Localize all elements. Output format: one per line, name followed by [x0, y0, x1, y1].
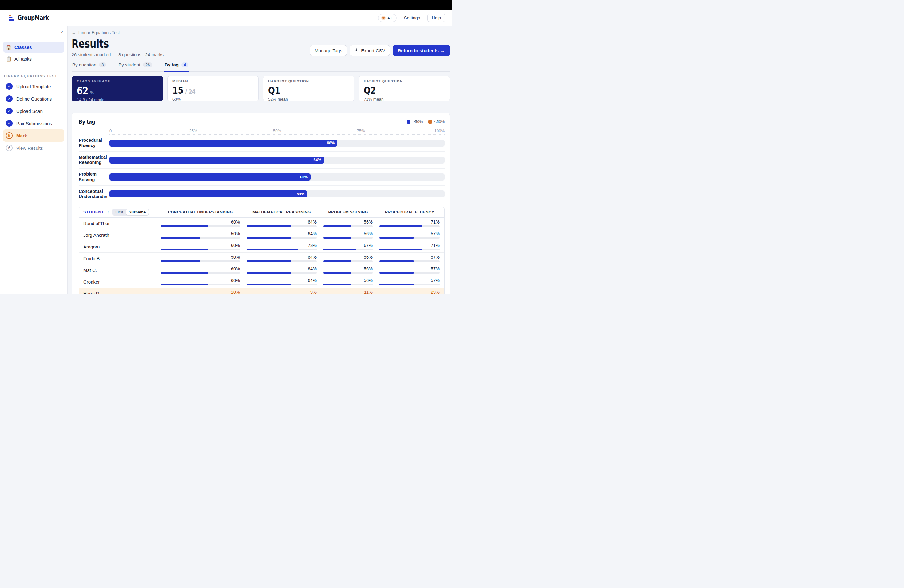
- step-upload-template[interactable]: ✓ Upload Template: [3, 80, 64, 93]
- score-bar-fill: [379, 237, 414, 239]
- student-name: Rand al'Thor: [83, 221, 154, 226]
- category-label: Solving: [79, 177, 109, 182]
- score-bar-track: [247, 272, 317, 274]
- table-row[interactable]: Frodo B. 50% 64% 56% 57%: [79, 253, 444, 264]
- export-csv-button[interactable]: Export CSV: [349, 45, 390, 56]
- ai-badge[interactable]: AI: [378, 14, 397, 22]
- return-to-students-button[interactable]: Return to students →: [393, 45, 450, 56]
- score-bar-fill: [247, 249, 298, 250]
- back-link[interactable]: ← Linear Equations Test: [72, 30, 120, 35]
- stat-value: Q2: [364, 85, 376, 96]
- tab-by-question[interactable]: By question 8: [72, 62, 107, 71]
- score-cell: 73%: [247, 243, 317, 250]
- toggle-surname-option[interactable]: Surname: [126, 209, 149, 215]
- toggle-first-option[interactable]: First: [112, 209, 126, 215]
- step-upload-scan[interactable]: ✓ Upload Scan: [3, 105, 64, 117]
- legend-label: <50%: [434, 119, 445, 124]
- stat-value: Q1: [268, 85, 280, 96]
- legend-swatch-blue-icon: [407, 120, 411, 123]
- bar-value-label: 59%: [297, 192, 304, 196]
- tab-by-student[interactable]: By student 26: [118, 62, 153, 71]
- column-header-procedural-fluency[interactable]: PROCEDURAL FLUENCY: [379, 210, 440, 214]
- score-value: 50%: [231, 254, 240, 259]
- stat-label: EASIEST QUESTION: [364, 79, 445, 83]
- groupmark-logo-icon: [9, 15, 14, 21]
- step-label: Pair Submissions: [16, 121, 52, 126]
- table-row[interactable]: Rand al'Thor 60% 64% 56% 71%: [79, 218, 444, 229]
- tab-by-tag[interactable]: By tag 4: [164, 62, 189, 71]
- sidebar: ‹ Classes All task: [0, 26, 68, 294]
- table-row-low-score[interactable]: Harry D. 10% 9% 11% 29%: [79, 288, 444, 294]
- score-value: 57%: [431, 278, 440, 283]
- step-label: Mark: [16, 133, 27, 138]
- step-mark[interactable]: 5 Mark: [3, 130, 64, 142]
- score-bar-fill: [247, 272, 291, 274]
- table-row[interactable]: Jorg Ancrath 50% 64% 56% 57%: [79, 229, 444, 241]
- legend-item-below-50: <50%: [428, 119, 445, 124]
- column-header-problem-solving[interactable]: PROBLEM SOLVING: [324, 210, 373, 214]
- manage-tags-button[interactable]: Manage Tags: [310, 45, 347, 56]
- score-value: 60%: [231, 220, 240, 224]
- sidebar-item-classes[interactable]: Classes: [3, 41, 64, 52]
- column-header-mathematical-reasoning[interactable]: MATHEMATICAL REASONING: [247, 210, 317, 214]
- sort-ascending-icon[interactable]: ↑: [107, 210, 109, 214]
- category-label: Procedural: [79, 138, 109, 143]
- score-bar-track: [161, 249, 240, 250]
- score-bar-fill: [324, 284, 351, 285]
- score-value: 71%: [431, 220, 440, 224]
- step-define-questions[interactable]: ✓ Define Questions: [3, 93, 64, 105]
- stat-card-median: MEDIAN 15 / 24 63%: [167, 76, 259, 101]
- table-row[interactable]: Aragorn 60% 73% 67% 71%: [79, 241, 444, 253]
- score-bar-track: [161, 284, 240, 285]
- axis-tick: 100%: [435, 128, 445, 133]
- stat-sub: 63%: [172, 97, 253, 101]
- score-value: 67%: [364, 243, 373, 248]
- tab-count-badge: 8: [99, 62, 106, 67]
- score-cell: 57%: [379, 266, 440, 274]
- student-name: Jorg Ancrath: [83, 232, 154, 238]
- step-view-results[interactable]: 6 View Results: [3, 142, 64, 154]
- score-cell: 60%: [161, 278, 240, 285]
- score-bar-track: [324, 249, 373, 250]
- main-content: ← Linear Equations Test Results 26 stude…: [68, 26, 452, 294]
- table-row[interactable]: Mat C. 60% 64% 56% 57%: [79, 264, 444, 276]
- sidebar-collapse-icon[interactable]: ‹: [61, 29, 63, 35]
- score-value: 64%: [308, 266, 317, 271]
- column-header-conceptual-understanding[interactable]: CONCEPTUAL UNDERSTANDING: [161, 210, 240, 214]
- stat-value: 15: [172, 85, 183, 96]
- score-value: 57%: [431, 266, 440, 271]
- export-csv-label: Export CSV: [361, 48, 385, 53]
- score-bar-fill: [324, 272, 351, 274]
- bar-fill: 64%: [109, 156, 324, 164]
- score-cell: 64%: [247, 220, 317, 227]
- student-sort-header[interactable]: STUDENT: [83, 210, 104, 214]
- score-cell: 11%: [324, 290, 373, 294]
- by-tag-card: By tag ≥50% <50% 0 25% 50% 75% 100%: [72, 112, 450, 294]
- tab-label: By question: [72, 62, 96, 67]
- chart-legend: ≥50% <50%: [407, 119, 445, 124]
- ai-badge-label: AI: [387, 16, 392, 20]
- score-bar-fill: [324, 225, 351, 227]
- bar-track: 68%: [109, 140, 445, 147]
- step-label: Upload Scan: [16, 109, 43, 114]
- score-bar-fill: [379, 272, 414, 274]
- meta-separator: ·: [114, 52, 115, 57]
- table-row[interactable]: Croaker 60% 64% 56% 57%: [79, 276, 444, 288]
- score-bar-track: [161, 261, 240, 262]
- step-pair-submissions[interactable]: ✓ Pair Submissions: [3, 117, 64, 130]
- help-button[interactable]: Help: [427, 14, 445, 22]
- axis-tick: 50%: [273, 128, 281, 133]
- score-bar-fill: [379, 249, 422, 250]
- settings-link[interactable]: Settings: [404, 15, 420, 20]
- stat-suffix: / 24: [185, 88, 196, 95]
- sidebar-item-all-tasks[interactable]: All tasks: [3, 53, 64, 64]
- score-bar-fill: [324, 237, 351, 239]
- score-bar-fill: [247, 237, 291, 239]
- score-bar-fill: [379, 261, 414, 262]
- score-cell: 50%: [161, 231, 240, 239]
- legend-swatch-orange-icon: [428, 120, 432, 123]
- score-cell: 50%: [161, 254, 240, 262]
- brand[interactable]: GroupMark: [9, 14, 57, 22]
- stats-cards: CLASS AVERAGE 62 % 14.8 / 24 marks MEDIA…: [72, 76, 450, 101]
- stat-sub: 71% mean: [364, 97, 445, 101]
